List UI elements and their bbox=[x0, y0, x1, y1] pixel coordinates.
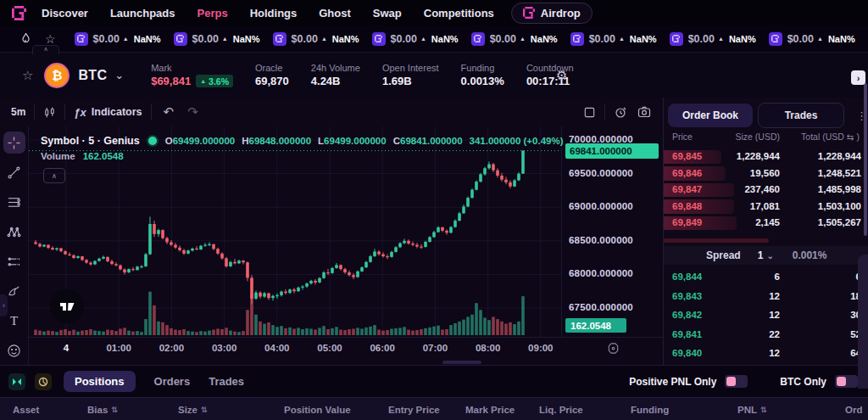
app-logo-icon[interactable] bbox=[12, 6, 26, 20]
price-axis[interactable]: 70000.00000069500.00000069000.0000006850… bbox=[561, 126, 664, 337]
table-header-bias[interactable]: Bias⇅ bbox=[87, 405, 118, 415]
order-book-row[interactable]: 69,844 6 6 bbox=[664, 267, 868, 287]
tradingview-watermark[interactable] bbox=[50, 289, 84, 323]
panel-expand-button[interactable]: › bbox=[851, 70, 865, 85]
btc-only-toggle[interactable] bbox=[835, 375, 858, 388]
chart-toolbar-right bbox=[583, 104, 651, 120]
favorites-star-icon[interactable]: ☆ bbox=[45, 32, 56, 46]
ticker-item[interactable]: $0.00 ▲ NaN% bbox=[769, 32, 855, 46]
series-visibility-dot[interactable] bbox=[147, 135, 159, 147]
bottom-tab-orders[interactable]: Orders bbox=[154, 375, 191, 388]
emoji-tool-icon[interactable] bbox=[3, 339, 25, 361]
order-book-row[interactable]: 69,845 1,228,944 1,228,944 bbox=[664, 148, 868, 165]
size-cell: 6 bbox=[775, 272, 780, 282]
bottom-tab-trades[interactable]: Trades bbox=[209, 375, 244, 388]
ticker-item[interactable]: $0.00 ▲ NaN% bbox=[670, 32, 756, 46]
horizontal-scrollbar[interactable] bbox=[442, 361, 481, 364]
nav-item-swap[interactable]: Swap bbox=[373, 7, 402, 20]
timeframe-button[interactable]: 5m bbox=[11, 106, 25, 118]
long-position-tool-icon[interactable] bbox=[3, 250, 25, 272]
crosshair-tool-icon[interactable] bbox=[3, 132, 25, 154]
price-cell: 69,846 bbox=[672, 168, 702, 178]
ticker-item[interactable]: $0.00 ▲ NaN% bbox=[372, 32, 459, 46]
side-panel-edge bbox=[858, 255, 868, 389]
nav-item-holdings[interactable]: Holdings bbox=[250, 7, 298, 20]
symbol-chevron-down-icon[interactable]: ⌄ bbox=[114, 69, 124, 81]
camera-icon[interactable] bbox=[637, 105, 651, 119]
ohlc-o: O69499.000000 bbox=[165, 136, 236, 146]
positions-toolbar: PositionsOrdersTrades Positive PNL Only … bbox=[0, 366, 868, 397]
fullscreen-icon[interactable] bbox=[583, 106, 596, 119]
spread-value-dropdown[interactable]: 1 ⌄ bbox=[758, 249, 774, 261]
collapse-ticker-button[interactable]: ∧ bbox=[32, 45, 59, 54]
time-axis[interactable]: 401:0002:0003:0004:0005:0006:0007:0008:0… bbox=[29, 337, 663, 361]
ticker-change: NaN% bbox=[531, 34, 558, 44]
tab-order-book[interactable]: Order Book bbox=[668, 104, 753, 127]
airdrop-button[interactable]: Airdrop bbox=[511, 3, 593, 24]
ticker-item[interactable]: $0.00 ▲ NaN% bbox=[273, 32, 359, 46]
ohlc-l: L69499.000000 bbox=[318, 136, 387, 146]
ticker-item[interactable]: $0.00 ▲ NaN% bbox=[75, 32, 161, 46]
symbol-stat: Mark $69,841▲3.6% bbox=[151, 63, 233, 87]
chart-style-tile-icon[interactable] bbox=[8, 373, 25, 390]
change-badge: ▲3.6% bbox=[196, 75, 233, 87]
nav-item-discover[interactable]: Discover bbox=[42, 7, 88, 20]
volume-legend: Volume 162.0548 bbox=[41, 151, 124, 161]
indicators-button[interactable]: Indicators bbox=[92, 106, 142, 118]
order-book-row[interactable]: 69,840 12 64 bbox=[664, 344, 868, 363]
symbol-settings-gear-icon[interactable]: ⚙ bbox=[556, 68, 567, 83]
pie-chart-tile-icon[interactable] bbox=[35, 373, 52, 390]
positive-pnl-only-toggle[interactable] bbox=[725, 375, 748, 388]
order-book-row[interactable]: 69,848 17,081 1,503,100 bbox=[664, 199, 868, 216]
price-cell: 69,842 bbox=[672, 310, 702, 320]
tab-trades[interactable]: Trades bbox=[758, 103, 844, 128]
session-clock-icon[interactable] bbox=[607, 342, 620, 355]
top-nav: DiscoverLaunchpadsPerpsHoldingsGhostSwap… bbox=[0, 0, 868, 25]
chart-symbol-title: Symbol · 5 · Genius bbox=[41, 135, 140, 147]
time-tick: 05:00 bbox=[317, 343, 342, 353]
order-book-row[interactable]: 69,843 12 18 bbox=[664, 287, 868, 306]
redo-icon[interactable]: ↷ bbox=[187, 104, 198, 120]
ticker-item[interactable]: $0.00 ▲ NaN% bbox=[570, 32, 657, 46]
bottom-tabs: PositionsOrdersTrades bbox=[64, 371, 244, 392]
nav-item-ghost[interactable]: Ghost bbox=[319, 7, 351, 20]
size-cell: 12 bbox=[769, 291, 780, 301]
stat-label: Open Interest bbox=[382, 63, 439, 73]
order-book-row[interactable]: 69,847 237,460 1,485,998 bbox=[664, 182, 868, 199]
nav-item-competitions[interactable]: Competitions bbox=[424, 7, 494, 20]
xabcd-pattern-tool-icon[interactable] bbox=[3, 221, 25, 243]
change-up-icon: ▲ bbox=[123, 36, 129, 42]
vertical-scrollbar[interactable] bbox=[864, 83, 867, 236]
ticker-price: $0.00 bbox=[787, 33, 814, 45]
col-size: Size (USD) bbox=[735, 132, 780, 142]
sort-icon: ⇅ bbox=[111, 406, 118, 414]
price-cell: 69,849 bbox=[672, 217, 702, 227]
bottom-tab-positions[interactable]: Positions bbox=[64, 371, 136, 392]
col-total[interactable]: Total (USD ⇆ ) bbox=[801, 132, 860, 142]
order-book-row[interactable]: 69,846 19,560 1,248,521 bbox=[664, 165, 868, 182]
ticker-item[interactable]: $0.00 ▲ NaN% bbox=[174, 32, 260, 46]
symbol-favorite-star-icon[interactable]: ☆ bbox=[22, 68, 33, 83]
undo-icon[interactable]: ↶ bbox=[164, 104, 175, 120]
fib-retracement-tool-icon[interactable] bbox=[3, 191, 25, 213]
nav-item-perps[interactable]: Perps bbox=[198, 7, 228, 20]
order-book-row[interactable]: 69,842 12 30 bbox=[664, 305, 868, 325]
volume-value: 162.0548 bbox=[83, 151, 124, 161]
token-icon bbox=[670, 32, 683, 46]
candle-style-icon[interactable] bbox=[43, 106, 56, 119]
table-header-pnl[interactable]: PNL⇅ bbox=[737, 405, 767, 415]
chart-area[interactable]: Symbol · 5 · Genius O69499.000000H69848.… bbox=[29, 126, 663, 365]
trend-line-tool-icon[interactable] bbox=[3, 161, 25, 183]
nav-item-launchpads[interactable]: Launchpads bbox=[110, 7, 175, 20]
alarm-clock-icon[interactable] bbox=[614, 105, 627, 119]
total-cell: 1,228,944 bbox=[818, 151, 861, 161]
change-up-icon: ▲ bbox=[321, 36, 327, 42]
price-cell: 69,840 bbox=[672, 348, 702, 358]
order-book-row[interactable]: 69,849 2,145 1,505,267 bbox=[664, 215, 868, 232]
hide-toolbar-handle[interactable]: ‹ bbox=[0, 294, 8, 316]
trending-flame-icon[interactable] bbox=[20, 32, 31, 45]
ticker-item[interactable]: $0.00 ▲ NaN% bbox=[471, 32, 558, 46]
table-header-size[interactable]: Size⇅ bbox=[178, 405, 208, 415]
order-book-row[interactable]: 69,841 22 52 bbox=[664, 325, 868, 344]
expand-pane-button[interactable]: ∧ bbox=[43, 168, 65, 183]
